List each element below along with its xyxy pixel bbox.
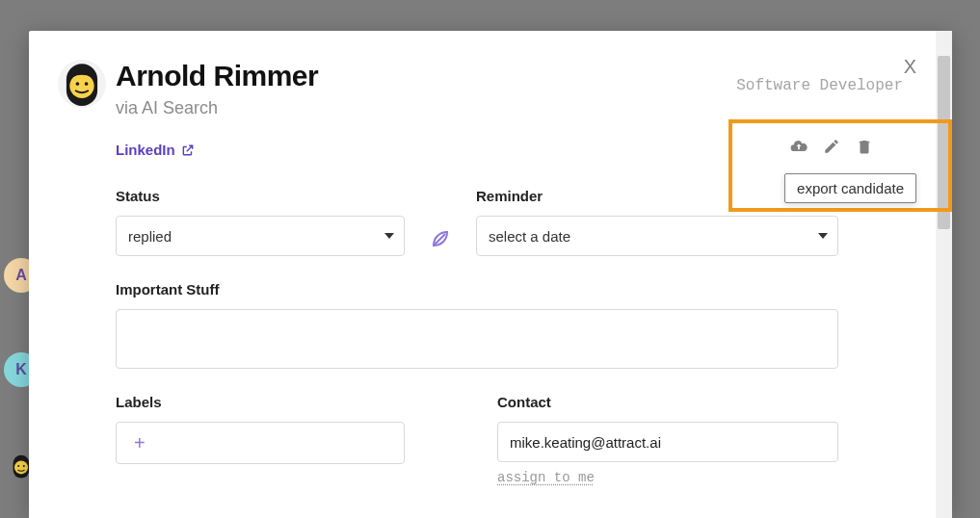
contact-input[interactable] [497,422,838,462]
svg-point-3 [23,465,25,467]
close-button[interactable]: X [904,56,916,78]
leaf-icon [429,227,452,250]
linkedin-link[interactable]: LinkedIn [116,142,195,158]
important-textarea[interactable] [116,309,838,369]
contact-label: Contact [497,394,838,410]
labels-add[interactable]: + [116,422,405,464]
scrollbar-thumb[interactable] [938,56,950,229]
assign-to-me[interactable]: assign to me [497,470,838,485]
export-tooltip: export candidate [784,173,916,203]
candidate-role: Software Developer [736,77,903,94]
candidate-avatar [58,60,106,108]
edit-icon[interactable] [822,137,841,156]
reminder-select[interactable]: select a date [476,216,838,256]
svg-point-2 [17,465,19,467]
status-select[interactable]: replied [116,216,405,256]
modal-scrollbar[interactable] [936,31,952,518]
action-icon-row [789,137,874,156]
svg-point-1 [14,460,28,474]
important-label: Important Stuff [116,281,838,298]
export-icon[interactable] [789,137,808,156]
labels-label: Labels [116,394,405,410]
svg-point-7 [85,82,89,86]
linkedin-label: LinkedIn [116,142,175,158]
candidate-modal: X Software Developer export candidate [29,31,952,518]
svg-point-5 [69,74,93,98]
candidate-source: via AI Search [116,98,907,118]
svg-point-6 [76,82,80,86]
delete-icon[interactable] [855,137,874,156]
status-label: Status [116,188,405,204]
external-link-icon [181,143,195,157]
